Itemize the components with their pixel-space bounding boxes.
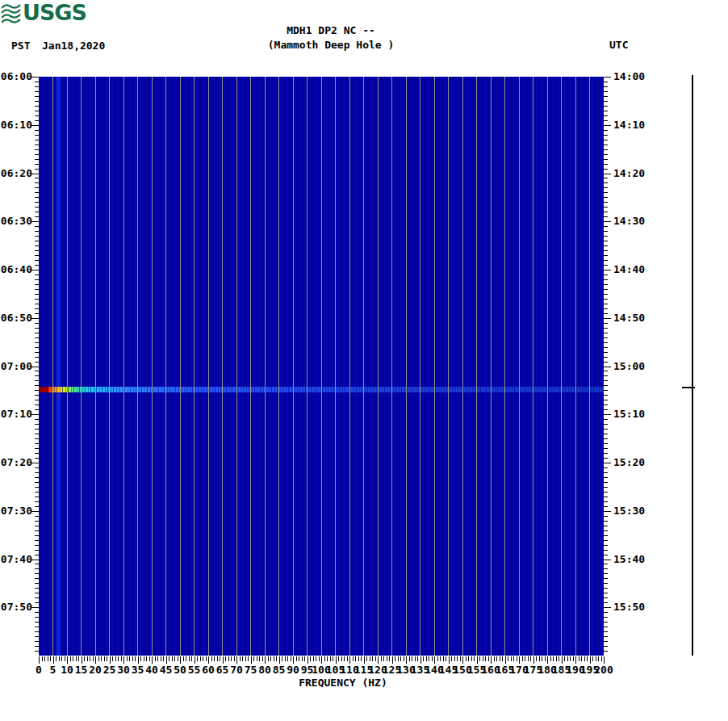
left-axis-label: 07:40	[0, 554, 32, 565]
freq-axis-tick	[78, 656, 79, 661]
left-axis-label: 06:20	[0, 168, 32, 179]
freq-axis-tick	[242, 656, 243, 661]
left-axis-tick	[35, 140, 39, 140]
date-label: Jan18,2020	[42, 40, 105, 52]
freq-axis-tick	[496, 656, 497, 661]
right-axis-tick	[604, 216, 608, 217]
gridline-60hz	[208, 77, 209, 656]
right-axis-tick	[604, 313, 608, 314]
left-axis-tick	[35, 192, 39, 193]
left-axis-tick	[31, 607, 39, 608]
left-axis-tick	[35, 226, 39, 227]
gridline-50hz	[180, 77, 181, 656]
spectrogram-plot	[39, 77, 604, 656]
freq-axis-tick	[468, 656, 469, 661]
freq-axis-tick	[107, 656, 107, 661]
left-axis-tick	[35, 443, 39, 444]
right-axis-tick	[604, 607, 611, 608]
right-axis-tick	[604, 612, 608, 613]
gridline-120hz	[378, 77, 379, 656]
freq-axis-tick	[118, 656, 119, 661]
right-axis-tick	[604, 159, 608, 160]
gridline-130hz	[406, 77, 407, 656]
left-axis-tick	[31, 174, 39, 174]
freq-axis-tick	[434, 656, 435, 664]
right-axis-tick	[604, 149, 608, 150]
left-axis-tick	[35, 115, 39, 116]
freq-axis-tick	[211, 656, 212, 661]
left-axis-tick	[35, 178, 39, 178]
freq-axis-tick	[378, 656, 379, 664]
left-axis-tick	[35, 602, 39, 603]
left-axis-tick	[35, 362, 39, 363]
left-axis-tick	[35, 612, 39, 613]
left-axis-tick	[35, 101, 39, 102]
freq-axis-tick	[336, 656, 337, 664]
freq-axis-tick	[65, 656, 65, 661]
freq-axis-tick	[553, 656, 554, 661]
freq-axis-tick	[214, 656, 215, 661]
left-axis-tick	[35, 216, 39, 217]
freq-axis-tick	[587, 656, 588, 661]
right-axis-tick	[604, 564, 608, 564]
freq-axis-tick	[93, 656, 94, 661]
freq-axis-tick	[559, 656, 559, 661]
station-code-title: MDH1 DP2 NC --	[268, 23, 395, 38]
freq-axis-tick	[338, 656, 339, 661]
right-axis-tick	[604, 207, 608, 207]
freq-axis-tick	[110, 656, 111, 664]
right-axis-tick	[604, 367, 611, 367]
freq-axis-tick	[121, 656, 122, 661]
left-axis-tick	[35, 86, 39, 87]
freq-axis-tick	[146, 656, 147, 661]
right-axis-label: 15:20	[613, 457, 645, 468]
right-axis-tick	[604, 115, 608, 116]
right-axis-tick	[604, 279, 608, 280]
right-axis-label: 15:50	[613, 602, 645, 613]
freq-axis-tick	[375, 656, 376, 661]
freq-axis-tick	[70, 656, 71, 661]
freq-axis-tick	[152, 656, 153, 664]
right-axis-tick	[604, 77, 611, 78]
freq-axis-tick	[127, 656, 128, 661]
freq-axis-tick	[409, 656, 410, 661]
left-axis-tick	[35, 236, 39, 237]
freq-axis-tick	[293, 656, 294, 664]
right-axis-tick	[604, 651, 608, 652]
left-axis-label: 07:50	[0, 602, 32, 613]
freq-axis-tick	[112, 656, 113, 661]
freq-axis-tick	[366, 656, 367, 661]
freq-axis-tick	[604, 656, 605, 664]
freq-axis-tick	[432, 656, 433, 661]
left-axis-label: 06:10	[0, 119, 32, 131]
gridline-190hz	[575, 77, 576, 656]
right-axis-tick	[604, 400, 608, 400]
freq-axis-tick	[429, 656, 429, 661]
freq-axis-tick	[466, 656, 467, 661]
freq-axis-tick	[508, 656, 508, 661]
right-axis-tick	[604, 202, 608, 203]
freq-axis-tick	[547, 656, 548, 664]
freq-axis-tick	[178, 656, 178, 661]
freq-axis-tick	[567, 656, 568, 661]
freq-axis-tick	[279, 656, 280, 664]
right-axis-label: 14:40	[613, 264, 645, 275]
right-axis-tick	[604, 226, 608, 227]
freq-axis-tick	[383, 656, 384, 661]
freq-axis-tick	[189, 656, 190, 661]
left-axis-tick	[31, 221, 39, 222]
freq-axis-tick	[505, 656, 506, 664]
right-axis-tick	[604, 511, 611, 512]
left-axis-tick	[35, 197, 39, 198]
right-axis-tick	[604, 91, 608, 92]
left-axis-tick	[35, 458, 39, 459]
right-axis-tick	[604, 443, 608, 444]
freq-axis-tick	[556, 656, 557, 661]
left-axis-tick	[35, 284, 39, 285]
freq-axis-tick	[129, 656, 130, 661]
gridline-150hz	[462, 77, 463, 656]
gridline-115hz	[363, 77, 364, 656]
gridline-40hz	[152, 77, 153, 656]
freq-axis-tick	[423, 656, 424, 661]
right-axis-tick	[604, 347, 608, 348]
